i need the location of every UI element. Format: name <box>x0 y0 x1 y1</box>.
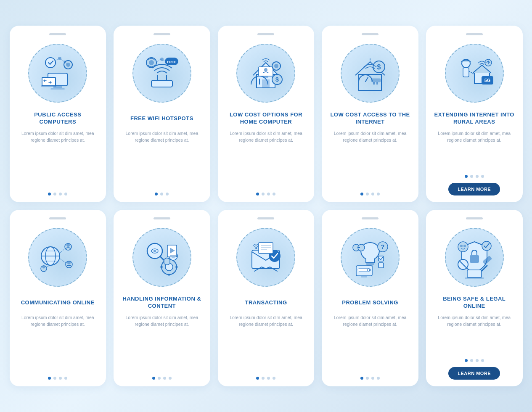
svg-line-10 <box>60 58 65 62</box>
card-communicating: COMMUNICATING ONLINE Lorem ipsum dolor s… <box>10 210 106 386</box>
card-notch <box>362 33 378 35</box>
dot <box>371 377 374 380</box>
svg-rect-71 <box>160 266 163 268</box>
svg-rect-39 <box>376 82 378 85</box>
low-cost-internet-icon: $ <box>336 40 404 107</box>
card-transacting: TRANSACTING Lorem ipsum dolor sit dim am… <box>218 210 315 386</box>
dot <box>59 377 62 380</box>
dot <box>262 377 265 380</box>
dot <box>64 377 67 380</box>
card-title: EXTENDING INTERNET INTO RURAL AREAS <box>433 111 516 126</box>
dot <box>267 193 270 195</box>
card-desc: Lorem ipsum dolor sit dim amet, mea regi… <box>120 314 204 371</box>
handling-info-icon <box>128 224 196 291</box>
card-title: PUBLIC ACCESS COMPUTERS <box>16 111 100 126</box>
transacting-icon <box>232 224 299 291</box>
dot <box>152 377 155 380</box>
safe-legal-icon <box>441 224 508 291</box>
svg-rect-107 <box>467 270 482 277</box>
dot <box>366 193 369 195</box>
card-dots <box>465 175 484 178</box>
card-dots <box>465 359 484 362</box>
dot <box>160 193 163 195</box>
svg-rect-84 <box>366 263 374 265</box>
dot <box>377 193 380 195</box>
card-notch <box>49 33 66 35</box>
card-dots <box>48 377 67 380</box>
svg-text:FREE: FREE <box>167 60 176 64</box>
dot <box>360 193 363 195</box>
dot <box>366 377 369 380</box>
svg-rect-89 <box>378 263 384 268</box>
card-dots <box>256 193 275 195</box>
svg-rect-108 <box>465 277 484 279</box>
svg-line-61 <box>60 259 66 263</box>
svg-rect-2 <box>50 88 65 90</box>
svg-text:$: $ <box>276 76 279 83</box>
svg-point-57 <box>67 261 71 264</box>
card-title: LOW COST OPTIONS FOR HOME COMPUTER <box>225 111 308 126</box>
svg-rect-38 <box>373 82 375 85</box>
card-notch <box>154 33 170 35</box>
card-title: HANDLING INFORMATION & CONTENT <box>120 295 204 310</box>
svg-rect-4 <box>41 85 56 87</box>
card-notch <box>466 33 483 35</box>
low-cost-home-icon: $ <box>232 40 299 107</box>
svg-rect-70 <box>168 274 170 276</box>
svg-point-99 <box>458 242 468 252</box>
svg-rect-3 <box>42 77 56 86</box>
rural-internet-icon: 5G <box>441 40 508 107</box>
svg-rect-24 <box>262 79 270 88</box>
svg-rect-42 <box>463 68 469 77</box>
svg-point-101 <box>463 245 466 247</box>
dot <box>64 193 67 195</box>
svg-rect-98 <box>470 255 479 263</box>
dot <box>166 193 169 195</box>
card-desc: Lorem ipsum dolor sit dim amet, mea regi… <box>120 130 204 187</box>
problem-solving-icon: ? <box>336 224 404 291</box>
svg-rect-72 <box>175 266 178 268</box>
svg-point-19 <box>149 60 154 65</box>
dot <box>273 377 275 380</box>
card-dots <box>256 377 275 380</box>
dot <box>470 359 473 362</box>
svg-line-36 <box>365 77 368 82</box>
card-dots <box>155 193 169 195</box>
card-notch <box>257 217 274 219</box>
dot <box>158 377 161 380</box>
card-public-access: PUBLIC ACCESS COMPUTERS Lorem ipsum dolo… <box>10 26 106 202</box>
dot <box>377 377 380 380</box>
free-wifi-icon: FREE <box>128 40 196 107</box>
card-dots <box>48 193 67 195</box>
dot <box>163 377 166 380</box>
svg-text:?: ? <box>381 243 385 250</box>
card-notch <box>257 33 274 35</box>
svg-line-62 <box>46 265 50 267</box>
dot <box>169 377 172 380</box>
dot <box>465 359 468 362</box>
card-desc: Lorem ipsum dolor sit dim amet, mea regi… <box>16 314 100 371</box>
svg-point-59 <box>42 266 45 269</box>
card-desc: Lorem ipsum dolor sit dim amet, mea regi… <box>328 130 412 187</box>
svg-rect-79 <box>259 243 273 254</box>
card-dots <box>360 193 380 195</box>
svg-point-66 <box>154 250 156 252</box>
dot <box>481 359 484 362</box>
card-desc: Lorem ipsum dolor sit dim amet, mea regi… <box>225 130 308 187</box>
public-access-icon <box>24 40 91 107</box>
dot <box>267 377 270 380</box>
svg-point-100 <box>460 245 463 247</box>
card-desc: Lorem ipsum dolor sit dim amet, mea regi… <box>433 130 516 169</box>
card-free-wifi: FREE FREE WIFI HOTSPOTS Lorem ipsum dolo… <box>114 26 210 202</box>
card-title: FREE WIFI HOTSPOTS <box>130 111 193 126</box>
learn-more-button[interactable]: LEARN MORE <box>448 183 500 195</box>
card-desc: Lorem ipsum dolor sit dim amet, mea regi… <box>16 130 100 187</box>
card-problem-solving: ? PROBLEM <box>322 210 418 386</box>
svg-line-21 <box>156 59 160 63</box>
card-dots <box>360 377 380 380</box>
learn-more-button-2[interactable]: LEARN MORE <box>448 367 500 380</box>
card-notch <box>362 217 378 219</box>
card-title: PROBLEM SOLVING <box>342 295 398 310</box>
dot <box>476 359 479 362</box>
dot <box>470 175 473 178</box>
